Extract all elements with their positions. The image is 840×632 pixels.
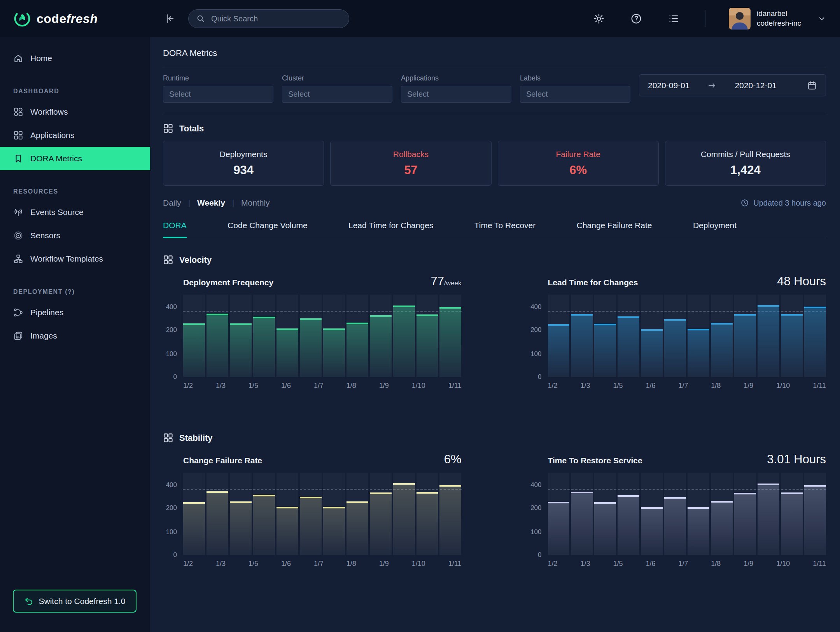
- chart-headline: 48 Hours: [777, 274, 826, 288]
- filter-applications: Applications Select: [401, 74, 511, 103]
- card-label: Deployments: [220, 150, 268, 159]
- filters-row: Runtime Select Cluster Select Applicatio…: [163, 74, 826, 103]
- dora-metrics-icon: [13, 154, 23, 164]
- granularity-monthly[interactable]: Monthly: [241, 198, 270, 208]
- page-title: DORA Metrics: [163, 48, 826, 58]
- tab-change-failure-rate[interactable]: Change Failure Rate: [577, 221, 652, 238]
- bar: [276, 328, 298, 377]
- labels-select[interactable]: Select: [520, 86, 630, 103]
- applications-select[interactable]: Select: [401, 86, 511, 103]
- card-commits-pull-requests: Commits / Pull Requests 1,424: [665, 141, 826, 186]
- chevron-down-icon[interactable]: [817, 14, 826, 23]
- bar: [370, 492, 392, 555]
- velocity-section-header: Velocity: [163, 255, 826, 265]
- collapse-sidebar-icon: [163, 13, 175, 24]
- y-axis: 4002001000: [528, 473, 548, 555]
- bar-column: [548, 295, 570, 377]
- bar-column: [300, 295, 322, 377]
- changelog-button[interactable]: [665, 10, 682, 27]
- sidebar-item-events-source[interactable]: Events Source: [0, 201, 150, 224]
- section-title: Velocity: [179, 255, 212, 265]
- bar: [300, 497, 322, 555]
- bar-column: [641, 295, 663, 377]
- separator: |: [232, 199, 234, 208]
- granularity-weekly[interactable]: Weekly: [197, 198, 225, 208]
- tab-lead-time-for-changes[interactable]: Lead Time for Changes: [348, 221, 433, 238]
- pipelines-icon: [13, 307, 23, 318]
- y-axis-tick: 0: [173, 551, 177, 559]
- bar-column: [781, 473, 803, 555]
- runtime-select[interactable]: Select: [163, 86, 273, 103]
- x-axis-label: 1/2: [183, 382, 193, 390]
- card-label: Commits / Pull Requests: [701, 150, 790, 159]
- card-label: Failure Rate: [556, 150, 600, 159]
- bar-column: [253, 473, 275, 555]
- tab-deployment[interactable]: Deployment: [693, 221, 737, 238]
- sidebar-item-applications[interactable]: Applications: [0, 124, 150, 147]
- x-axis-label: 1/2: [548, 382, 558, 390]
- bar-column: [758, 473, 779, 555]
- applications-icon: [13, 130, 23, 140]
- x-axis-label: 1/9: [379, 382, 389, 390]
- divider: [163, 68, 826, 68]
- help-button[interactable]: [628, 10, 644, 27]
- filter-label: Applications: [401, 74, 511, 82]
- bar: [439, 485, 461, 555]
- x-axis-label: 1/7: [678, 560, 688, 568]
- plot-area: [183, 473, 462, 555]
- search-input[interactable]: [188, 9, 349, 28]
- bar: [206, 491, 228, 555]
- tab-time-to-recover[interactable]: Time To Recover: [474, 221, 536, 238]
- section-title-dashboard: DASHBOARD: [13, 88, 150, 95]
- bar: [688, 329, 709, 377]
- bar: [346, 323, 368, 377]
- filter-label: Labels: [520, 74, 630, 82]
- y-axis-tick: 400: [166, 303, 177, 311]
- x-axis: 1/21/31/51/61/71/81/91/101/11: [548, 382, 826, 390]
- sensors-icon: [13, 230, 23, 241]
- x-axis-label: 1/9: [744, 382, 753, 390]
- bar: [253, 495, 275, 555]
- date-range-picker[interactable]: 2020-09-01 2020-12-01: [639, 74, 826, 96]
- x-axis-label: 1/5: [613, 560, 623, 568]
- y-axis-tick: 100: [166, 350, 177, 358]
- sidebar-item-workflow-templates[interactable]: Workflow Templates: [0, 247, 150, 271]
- bar: [230, 501, 252, 555]
- bar-column: [664, 295, 686, 377]
- sidebar-item-dora-metrics[interactable]: DORA Metrics: [0, 147, 150, 170]
- user-menu[interactable]: idanarbel codefresh-inc: [729, 8, 826, 30]
- sidebar-item-label: Workflow Templates: [30, 254, 103, 264]
- sidebar-item-images[interactable]: Images: [0, 324, 150, 347]
- bar: [594, 324, 616, 377]
- tab-dora[interactable]: DORA: [163, 221, 187, 238]
- divider: [163, 113, 826, 113]
- main-content: DORA Metrics Runtime Select Cluster Sele…: [150, 37, 840, 632]
- sidebar-item-pipelines[interactable]: Pipelines: [0, 301, 150, 324]
- codefresh-logo[interactable]: codefresh: [13, 10, 150, 28]
- bar: [323, 328, 345, 377]
- card-value: 57: [404, 163, 417, 177]
- sidebar-item-workflows[interactable]: Workflows: [0, 100, 150, 124]
- bar: [781, 492, 803, 555]
- sidebar-item-home[interactable]: Home: [0, 47, 150, 70]
- calendar-icon: [807, 80, 817, 91]
- cluster-select[interactable]: Select: [282, 86, 392, 103]
- totals-cards: Deployments 934 Rollbacks 57 Failure Rat…: [163, 141, 826, 186]
- settings-button[interactable]: [591, 10, 607, 27]
- granularity-daily[interactable]: Daily: [163, 198, 181, 208]
- switch-version-label: Switch to Codefresh 1.0: [39, 597, 126, 606]
- tab-code-change-volume[interactable]: Code Change Volume: [228, 221, 307, 238]
- collapse-sidebar-button[interactable]: [161, 10, 177, 27]
- home-icon: [13, 53, 23, 63]
- x-axis-label: 1/9: [379, 560, 389, 568]
- leaf-logo-icon: [13, 10, 31, 28]
- y-axis-tick: 200: [530, 504, 541, 512]
- quick-search: [188, 9, 349, 28]
- chart-headline: 3.01 Hours: [767, 452, 826, 466]
- x-axis-label: 1/11: [448, 560, 462, 568]
- y-axis-tick: 200: [166, 504, 177, 512]
- x-axis-label: 1/6: [281, 560, 291, 568]
- bar-column: [253, 295, 275, 377]
- sidebar-item-sensors[interactable]: Sensors: [0, 224, 150, 247]
- switch-version-button[interactable]: Switch to Codefresh 1.0: [13, 590, 136, 613]
